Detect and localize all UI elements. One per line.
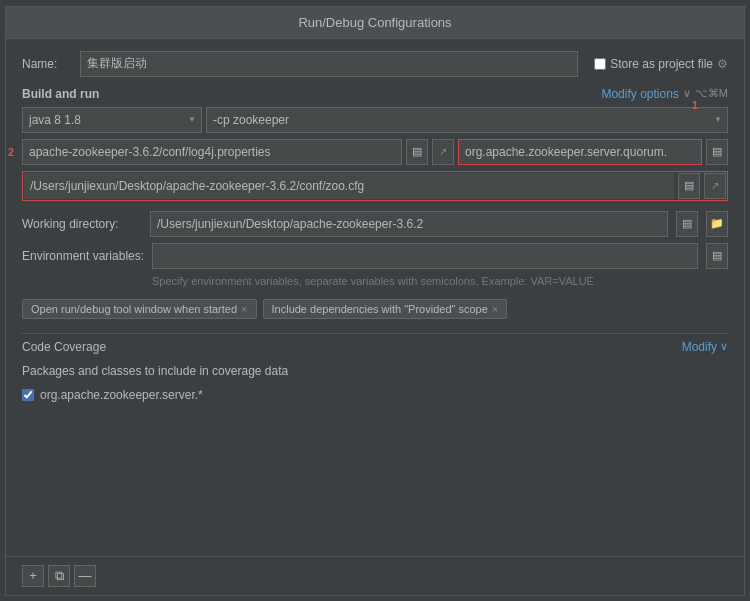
cp-select[interactable]: -cp zookeeper: [206, 107, 728, 133]
env-input[interactable]: [152, 243, 698, 269]
modify-btn[interactable]: Modify: [682, 340, 717, 354]
gear-icon[interactable]: ⚙: [717, 57, 728, 71]
badge-2: 2: [8, 146, 14, 158]
coverage-checkbox[interactable]: [22, 389, 34, 401]
store-project-checkbox[interactable]: [594, 58, 606, 70]
java-cp-row-container: java 8 1.8 -cp zookeeper 1: [22, 107, 728, 133]
store-label: Store as project file: [610, 57, 713, 71]
modify-options-btn[interactable]: Modify options: [601, 87, 678, 101]
name-row: Name: Store as project file ⚙: [22, 51, 728, 77]
tag-include-deps-close[interactable]: ×: [492, 303, 498, 315]
log4j-field[interactable]: [22, 139, 402, 165]
add-config-btn[interactable]: +: [22, 565, 44, 587]
log4j-file-icon[interactable]: ▤: [406, 139, 428, 165]
modify-arrow: ∨: [720, 340, 728, 353]
dialog-footer: + ⧉ —: [6, 556, 744, 595]
modify-options-shortcut: ⌥⌘M: [695, 87, 728, 100]
tag-include-deps: Include dependencies with "Provided" sco…: [263, 299, 508, 319]
working-dir-folder-icon[interactable]: 📁: [706, 211, 728, 237]
env-hint: Specify environment variables, separate …: [152, 275, 728, 287]
zoo-field[interactable]: [24, 173, 674, 199]
log4j-expand-icon[interactable]: ↗: [432, 139, 454, 165]
build-run-header: Build and run Modify options ∨ ⌥⌘M: [22, 87, 728, 101]
env-expand-icon[interactable]: ▤: [706, 243, 728, 269]
env-label: Environment variables:: [22, 249, 144, 263]
zoo-row: ▤ ↗: [22, 171, 728, 201]
code-coverage-section: Code Coverage Modify ∨: [22, 333, 728, 354]
tag-open-window: Open run/debug tool window when started …: [22, 299, 257, 319]
zoo-file-icon[interactable]: ▤: [678, 173, 700, 199]
copy-config-btn[interactable]: ⧉: [48, 565, 70, 587]
zoo-expand-icon[interactable]: ↗: [704, 173, 726, 199]
store-row: Store as project file ⚙: [594, 57, 728, 71]
coverage-item: org.apache.zookeeper.server.*: [22, 388, 728, 402]
log4j-quorum-row: 2 ▤ ↗ ▤: [22, 139, 728, 165]
env-row: Environment variables: ▤: [22, 243, 728, 269]
run-debug-dialog: Run/Debug Configurations Name: Store as …: [5, 6, 745, 596]
remove-config-btn[interactable]: —: [74, 565, 96, 587]
coverage-text: org.apache.zookeeper.server.*: [40, 388, 203, 402]
working-dir-input[interactable]: [150, 211, 668, 237]
modify-options-group: Modify options ∨ ⌥⌘M: [601, 87, 728, 101]
java-select-wrapper: java 8 1.8: [22, 107, 202, 133]
name-label: Name:: [22, 57, 72, 71]
tag-open-window-label: Open run/debug tool window when started: [31, 303, 237, 315]
tag-open-window-close[interactable]: ×: [241, 303, 247, 315]
badge-1: 1: [692, 99, 698, 111]
modify-options-arrow: ∨: [683, 87, 691, 100]
cp-select-wrapper: -cp zookeeper: [206, 107, 728, 133]
working-dir-row: Working directory: ▤ 📁: [22, 211, 728, 237]
java-cp-row: java 8 1.8 -cp zookeeper: [22, 107, 728, 133]
tags-row: Open run/debug tool window when started …: [22, 299, 728, 319]
working-dir-label: Working directory:: [22, 217, 142, 231]
modify-group: Modify ∨: [682, 340, 728, 354]
quorum-file-icon[interactable]: ▤: [706, 139, 728, 165]
dialog-body: Name: Store as project file ⚙ Build and …: [6, 39, 744, 556]
tag-include-deps-label: Include dependencies with "Provided" sco…: [272, 303, 488, 315]
java-version-select[interactable]: java 8 1.8: [22, 107, 202, 133]
coverage-subtitle: Packages and classes to include in cover…: [22, 364, 728, 378]
quorum-field[interactable]: [458, 139, 702, 165]
build-run-label: Build and run: [22, 87, 99, 101]
code-coverage-label: Code Coverage: [22, 340, 106, 354]
working-dir-file-icon[interactable]: ▤: [676, 211, 698, 237]
dialog-title: Run/Debug Configurations: [6, 7, 744, 39]
name-input[interactable]: [80, 51, 578, 77]
